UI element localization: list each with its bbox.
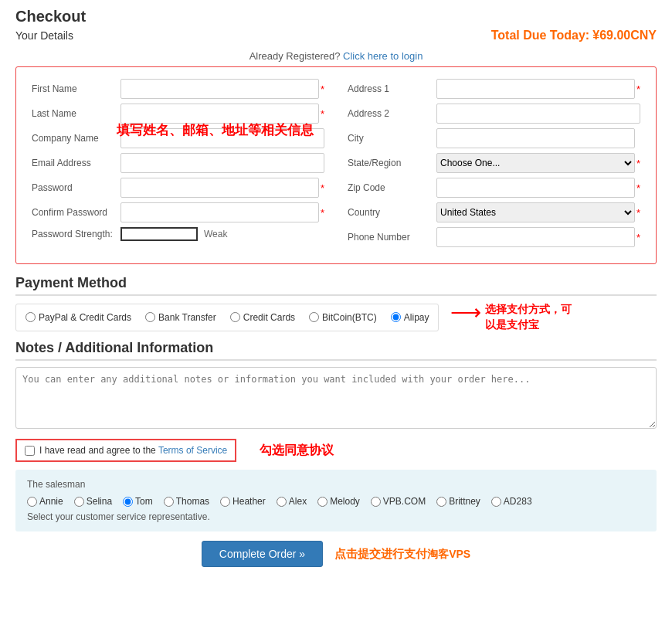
state-select[interactable]: Choose One...: [436, 153, 635, 173]
first-name-row: First Name *: [32, 79, 324, 99]
salesman-note: Select your customer service representat…: [27, 511, 645, 522]
password-row: Password *: [32, 178, 324, 198]
salesman-heather[interactable]: Heather: [220, 496, 266, 507]
salesman-thomas[interactable]: Thomas: [164, 496, 209, 507]
address1-label: Address 1: [348, 83, 436, 94]
salesman-ad283[interactable]: AD283: [491, 496, 532, 507]
company-name-label: Company Name: [32, 133, 120, 144]
company-name-row: Company Name: [32, 128, 324, 148]
salesman-vpb-radio[interactable]: [371, 497, 381, 507]
terms-checkbox[interactable]: [25, 446, 35, 456]
zip-row: Zip Code *: [348, 178, 640, 198]
submit-row: Complete Order » 点击提交进行支付淘客VPS: [15, 541, 657, 567]
notes-textarea[interactable]: [15, 367, 657, 429]
salesman-annie-radio[interactable]: [27, 497, 37, 507]
state-row: State/Region Choose One... *: [348, 153, 640, 173]
salesman-thomas-radio[interactable]: [164, 497, 174, 507]
salesman-vpb[interactable]: VPB.COM: [371, 496, 426, 507]
zip-label: Zip Code: [348, 182, 436, 193]
payment-alipay-radio[interactable]: [391, 312, 401, 322]
phone-row: Phone Number *: [348, 227, 640, 247]
salesman-heather-radio[interactable]: [220, 497, 230, 507]
strength-bar: [120, 227, 198, 241]
checkout-form: 填写姓名、邮箱、地址等相关信息 First Name * Last Name *…: [15, 66, 657, 264]
total-amount: ¥69.00CNY: [592, 29, 657, 42]
already-registered-bar: Already Registered? Click here to login: [15, 50, 657, 62]
payment-credit-radio[interactable]: [230, 312, 240, 322]
salesman-tom[interactable]: Tom: [123, 496, 153, 507]
city-row: City *: [348, 128, 640, 148]
notes-title: Notes / Additional Information: [15, 340, 657, 361]
complete-order-button[interactable]: Complete Order »: [202, 541, 323, 567]
strength-label: Password Strength:: [32, 229, 120, 239]
salesman-selina[interactable]: Selina: [74, 496, 112, 507]
login-link[interactable]: Click here to login: [343, 50, 423, 62]
payment-title: Payment Method: [15, 275, 657, 296]
payment-bank-radio[interactable]: [145, 312, 155, 322]
salesman-melody[interactable]: Melody: [317, 496, 360, 507]
password-strength-row: Password Strength: Weak: [32, 227, 324, 241]
last-name-label: Last Name: [32, 108, 120, 119]
terms-box: I have read and agree to the Terms of Se…: [15, 439, 236, 462]
payment-section: Payment Method PayPal & Credit Cards Ban…: [15, 275, 657, 332]
payment-credit[interactable]: Credit Cards: [230, 312, 295, 323]
city-label: City: [348, 133, 436, 144]
phone-label: Phone Number: [348, 232, 436, 243]
address2-input[interactable]: [436, 104, 640, 124]
country-select[interactable]: United States China: [436, 202, 635, 222]
first-name-input[interactable]: [120, 79, 319, 99]
salesman-alex-radio[interactable]: [277, 497, 287, 507]
form-grid: First Name * Last Name * Company Name Em…: [32, 79, 640, 252]
address2-row: Address 2: [348, 104, 640, 124]
salesman-annie[interactable]: Annie: [27, 496, 63, 507]
payment-paypal-radio[interactable]: [25, 312, 36, 322]
salesman-alex[interactable]: Alex: [277, 496, 307, 507]
salesman-melody-radio[interactable]: [317, 497, 328, 507]
your-details-label: Your Details: [15, 29, 73, 42]
address2-label: Address 2: [348, 108, 436, 119]
arrow-icon: ⟶: [450, 302, 481, 324]
confirm-password-label: Confirm Password: [32, 207, 120, 218]
password-label: Password: [32, 182, 120, 193]
right-column: Address 1 * Address 2 City * State/Regio…: [348, 79, 640, 252]
watermark: 淘客VPS: [427, 548, 470, 560]
payment-paypal[interactable]: PayPal & Credit Cards: [25, 312, 131, 323]
payment-annotation-wrapper: ⟶ 选择支付方式，可以是支付宝: [450, 302, 572, 332]
page-title: Checkout: [15, 8, 657, 25]
salesman-ad283-radio[interactable]: [491, 497, 501, 507]
payment-bank[interactable]: Bank Transfer: [145, 312, 216, 323]
salesman-brittney[interactable]: Brittney: [436, 496, 480, 507]
salesman-brittney-radio[interactable]: [436, 497, 446, 507]
payment-bitcoin[interactable]: BitCoin(BTC): [309, 312, 377, 323]
terms-wrapper: I have read and agree to the Terms of Se…: [15, 439, 657, 462]
salesman-options: Annie Selina Tom Thomas Heather Alex Mel…: [27, 496, 645, 507]
address1-input[interactable]: [436, 79, 635, 99]
confirm-password-row: Confirm Password *: [32, 202, 324, 222]
salesman-tom-radio[interactable]: [123, 497, 133, 507]
city-input[interactable]: [436, 128, 635, 148]
salesman-selina-radio[interactable]: [74, 497, 84, 507]
salesman-title: The salesman: [27, 479, 645, 490]
last-name-input[interactable]: [120, 104, 319, 124]
confirm-password-input[interactable]: [120, 202, 319, 222]
salesman-section: The salesman Annie Selina Tom Thomas Hea…: [15, 470, 657, 531]
zip-input[interactable]: [436, 178, 635, 198]
email-label: Email Address: [32, 158, 120, 168]
terms-label: I have read and agree to the Terms of Se…: [39, 445, 227, 456]
payment-alipay[interactable]: Alipay: [391, 312, 429, 323]
state-label: State/Region: [348, 158, 436, 168]
country-row: Country United States China *: [348, 202, 640, 222]
payment-row-wrapper: PayPal & Credit Cards Bank Transfer Cred…: [15, 302, 657, 332]
payment-options: PayPal & Credit Cards Bank Transfer Cred…: [15, 304, 439, 331]
notes-section: Notes / Additional Information: [15, 340, 657, 431]
company-name-input[interactable]: [120, 128, 324, 148]
phone-input[interactable]: [436, 227, 635, 247]
payment-annotation: 选择支付方式，可以是支付宝: [485, 302, 572, 332]
payment-bitcoin-radio[interactable]: [309, 312, 319, 322]
first-name-label: First Name: [32, 83, 120, 94]
terms-annotation: 勾选同意协议: [260, 443, 334, 459]
password-input[interactable]: [120, 178, 319, 198]
terms-link[interactable]: Terms of Service: [158, 445, 227, 456]
email-input[interactable]: [120, 153, 324, 173]
country-label: Country: [348, 207, 436, 218]
